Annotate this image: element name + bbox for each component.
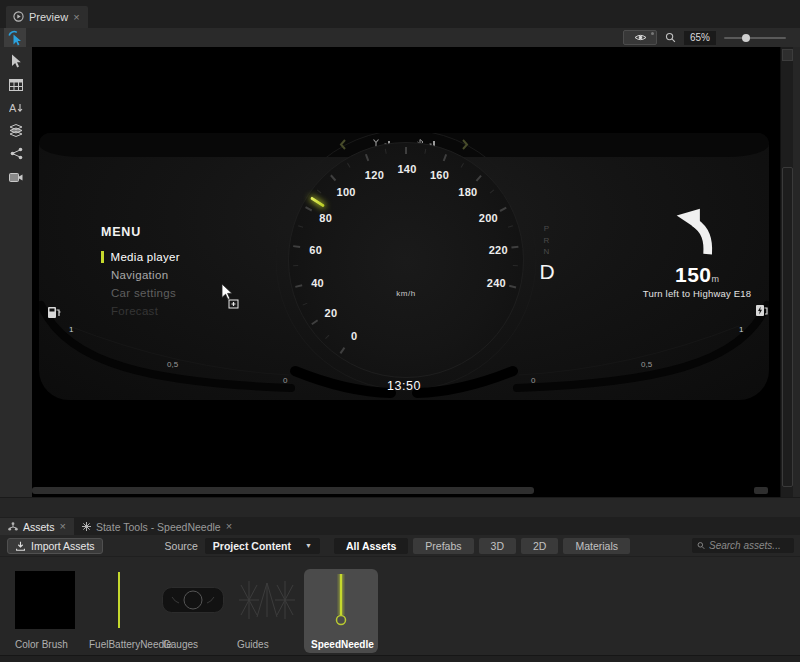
gear-indicator: PRND [537,223,557,284]
asset-search-box[interactable] [692,538,794,553]
gauge-tick [509,285,516,288]
document-tabbar: Preview × [0,0,800,28]
gauge-tick [330,175,336,181]
layers-tool-button[interactable] [4,124,28,140]
asset-tile-gauges[interactable]: Gauges [156,569,230,653]
assets-toolbar: Import Assets Source Project Content ▼ A… [0,535,800,557]
svg-text:A: A [9,102,17,114]
gauge-tick [476,175,482,181]
cluster-clock: 13:50 [39,379,769,393]
menu-item-label: Car settings [111,287,176,299]
panel-splitter[interactable] [0,497,800,517]
panel-tab-assets[interactable]: Assets× [0,518,74,535]
menu-item-forecast[interactable]: Forecast [101,302,180,320]
footer-strip [0,655,800,662]
text-tool-button[interactable]: A [4,101,28,117]
navigation-widget: 150m Turn left to Highway E18 [605,203,780,299]
gear-selected: D [537,260,557,284]
import-assets-button[interactable]: Import Assets [7,538,103,554]
asset-thumbnail [8,569,82,631]
fuel-scale-label: 1 [69,325,73,334]
menu-item-car-settings[interactable]: Car settings [101,284,180,302]
gauge-tick-label: 180 [458,186,477,198]
turn-left-arrow-icon [668,203,726,255]
zoom-slider[interactable] [724,37,786,39]
panel-tab-close-icon[interactable]: × [226,521,232,532]
gauge-tick [385,149,387,154]
vertical-scrollbar[interactable] [780,47,793,497]
asset-tile-fuelbatteryneedle[interactable]: FuelBatteryNeedle [82,569,156,653]
visibility-button[interactable] [623,30,657,45]
chevron-down-icon: ▼ [305,542,312,549]
tab-preview-close-icon[interactable]: × [73,12,79,23]
preview-toolbar: 65% [0,28,800,47]
asset-name-label: Guides [237,639,269,650]
gauge-tick-label: 80 [319,212,332,224]
gauge-tick [317,189,322,193]
gauge-tick-label: 0 [351,330,357,342]
filter-button-prefabs[interactable]: Prefabs [413,538,473,554]
zoom-level-value[interactable]: 65% [684,31,716,45]
eye-icon [634,33,647,42]
gauge-tick [298,225,303,227]
interaction-tool-button[interactable] [4,28,26,47]
menu-item-navigation[interactable]: Navigation [101,266,180,284]
gauge-tick [500,207,507,212]
instrument-cluster: km/h 020406080100120140160180200220240 M… [39,133,769,400]
play-circle-icon [13,8,24,26]
gauge-tick [365,154,369,161]
preview-canvas[interactable]: km/h 020406080100120140160180200220240 M… [32,47,780,497]
asset-thumbnail [82,569,156,631]
hierarchy-icon [8,521,18,533]
asset-name-label: Color Brush [15,639,68,650]
vertical-scrollbar-thumb[interactable] [782,167,793,487]
source-dropdown[interactable]: Project Content ▼ [205,538,320,554]
search-input[interactable] [709,540,789,551]
cursor-click-icon [7,29,23,46]
gauge-tick-label: 160 [430,169,449,181]
speed-needle [310,197,325,208]
battery-scale-label: 0,5 [641,360,652,369]
filter-button-2d[interactable]: 2D [521,538,558,554]
timeline-tool-button[interactable] [4,170,28,186]
filter-button-all-assets[interactable]: All Assets [334,538,408,554]
connections-tool-button[interactable] [4,147,28,163]
timeline-tool-icon [9,169,23,187]
horizontal-scrollbar-end[interactable] [754,487,768,494]
menu-item-media-player[interactable]: Media player [101,248,180,266]
gear-option-R: R [537,235,557,247]
gauge-tick [443,154,447,161]
asset-tile-color-brush[interactable]: Color Brush [8,569,82,653]
select-tool-button[interactable] [4,55,28,71]
scrollbar-top-button[interactable] [782,49,793,61]
left-tool-palette: A [0,47,32,497]
gauge-tick-label: 100 [336,186,355,198]
app-window: Preview × 65% A [0,0,800,662]
panel-tab-label: State Tools - SpeedNeedle [96,521,221,533]
tab-preview[interactable]: Preview × [6,6,88,28]
gauge-tick-label: 140 [397,163,416,175]
asset-thumbnail [230,569,304,631]
filter-button-materials[interactable]: Materials [563,538,630,554]
asset-thumbnail [304,569,378,631]
grid-tool-button[interactable] [4,78,28,94]
asterisk-icon [82,521,91,533]
horizontal-scrollbar-thumb[interactable] [32,487,534,494]
gauge-tick [508,225,513,227]
panel-tab-close-icon[interactable]: × [60,521,66,532]
panel-tab-state-tools-speedneedle[interactable]: State Tools - SpeedNeedle× [74,518,240,535]
asset-tile-speedneedle[interactable]: SpeedNeedle [304,569,378,653]
menu-items: Media playerNavigationCar settingsForeca… [101,248,180,320]
battery-scale-label: 1 [739,325,743,334]
filter-button-3d[interactable]: 3D [479,538,516,554]
import-download-icon [15,540,26,552]
asset-name-label: SpeedNeedle [311,639,374,650]
right-margin [793,47,800,497]
charging-station-icon [755,303,770,318]
zoom-slider-thumb[interactable] [742,34,750,42]
connections-tool-icon [10,146,23,164]
asset-tile-guides[interactable]: Guides [230,569,304,653]
nav-distance-unit: m [712,274,720,284]
gear-option-P: P [537,223,557,235]
chevron-right-icon [461,136,469,154]
